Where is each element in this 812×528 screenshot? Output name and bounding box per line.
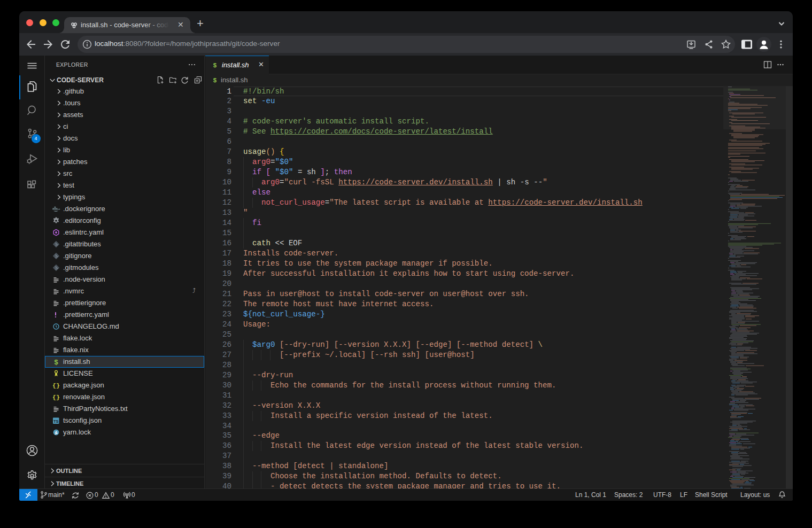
- svg-text:$: $: [213, 62, 217, 68]
- svg-text:{}: {}: [52, 382, 60, 389]
- svg-text:TS: TS: [53, 419, 59, 424]
- svg-text:$: $: [213, 77, 217, 83]
- svg-text:{}: {}: [52, 394, 60, 401]
- svg-text:$: $: [54, 358, 58, 366]
